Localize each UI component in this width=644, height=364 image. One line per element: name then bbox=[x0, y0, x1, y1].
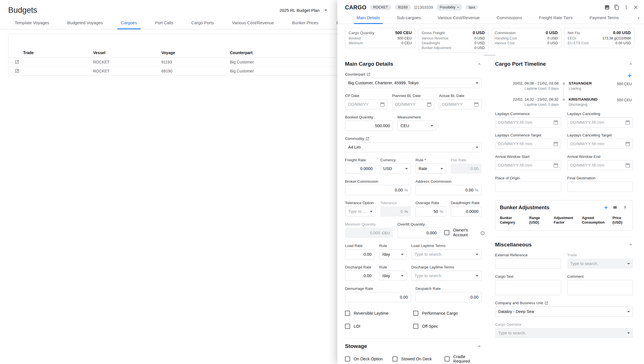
load-rule-select[interactable]: /day bbox=[379, 249, 407, 259]
commodity-select[interactable]: A4 Lim bbox=[345, 142, 482, 152]
demurrage-rate-input[interactable] bbox=[348, 295, 408, 299]
budgets-tab[interactable]: Template Voyages bbox=[14, 20, 50, 29]
address-commission-input[interactable] bbox=[419, 188, 473, 192]
checkbox-item[interactable]: On Deck Option bbox=[345, 354, 392, 363]
datetime-input[interactable] bbox=[498, 120, 551, 125]
budgets-tab[interactable]: Port Calls bbox=[154, 20, 174, 29]
checkbox[interactable] bbox=[392, 356, 397, 361]
discharge-rule-select[interactable]: /day bbox=[379, 271, 407, 281]
add-bunker-adjustment-button[interactable]: + bbox=[604, 205, 608, 210]
checkbox[interactable] bbox=[413, 324, 418, 329]
budgets-tab[interactable]: Budgeted Voyages bbox=[66, 20, 104, 29]
collapse-section-button[interactable] bbox=[477, 344, 482, 348]
calendar-icon[interactable] bbox=[380, 102, 384, 107]
load-rate-input[interactable] bbox=[348, 252, 372, 257]
checkbox[interactable] bbox=[345, 356, 350, 361]
final-destination-input[interactable] bbox=[570, 184, 630, 189]
checkbox[interactable] bbox=[413, 311, 418, 316]
budgets-tab[interactable]: Cargo Ports bbox=[190, 20, 215, 29]
checkbox[interactable] bbox=[445, 356, 450, 361]
close-panel-button[interactable] bbox=[632, 4, 639, 11]
overage-rate-input[interactable] bbox=[419, 209, 438, 214]
cargo-tab[interactable]: Freight Rate Tiers bbox=[539, 15, 573, 24]
status-dropdown[interactable]: Possibility bbox=[436, 4, 462, 10]
broker-commission-input[interactable] bbox=[348, 188, 403, 192]
cargo-tab[interactable]: Payment Terms bbox=[589, 15, 619, 24]
calendar-icon[interactable] bbox=[554, 120, 558, 125]
calendar-icon[interactable] bbox=[554, 163, 558, 167]
tabs-overflow-button[interactable] bbox=[636, 15, 642, 21]
budget-plan-selector[interactable]: 2025 RL Budget Plan bbox=[280, 8, 327, 13]
booked-quantity-input[interactable] bbox=[348, 123, 390, 128]
external-link-icon[interactable] bbox=[544, 301, 548, 305]
timeline-entry[interactable]: 22/02, 14:32 - 23/02, 08:32 Laytime Used… bbox=[495, 97, 633, 107]
actual-bl-date-input[interactable] bbox=[442, 102, 472, 107]
checkbox[interactable] bbox=[444, 230, 449, 235]
collapse-section-button[interactable] bbox=[628, 62, 633, 66]
collapse-section-button[interactable] bbox=[477, 62, 482, 66]
cargo-tab[interactable]: Main Details bbox=[356, 15, 381, 24]
checkbox-item[interactable]: LOI bbox=[345, 324, 413, 329]
tolerance-option-select[interactable]: Type to s... bbox=[345, 206, 376, 217]
checkbox-item[interactable]: Cradle Required bbox=[445, 354, 482, 363]
calendar-icon[interactable] bbox=[427, 102, 431, 107]
cargo-text-input[interactable] bbox=[498, 282, 558, 295]
checkbox[interactable] bbox=[345, 324, 350, 329]
owners-account-checkbox[interactable]: Owner's Account bbox=[444, 227, 475, 238]
checkbox-item[interactable]: Off-Spec bbox=[413, 324, 482, 329]
panel-resize-handle[interactable] bbox=[484, 55, 496, 56]
load-laytime-terms-select[interactable]: Type to search. bbox=[411, 249, 482, 259]
datetime-input[interactable] bbox=[570, 163, 624, 167]
external-reference-input[interactable] bbox=[498, 261, 558, 266]
cargo-tab[interactable]: Commissions bbox=[496, 15, 523, 24]
measurement-select[interactable]: CEU bbox=[397, 121, 436, 131]
currency-select[interactable]: USD bbox=[380, 164, 411, 174]
external-link-icon[interactable] bbox=[366, 137, 370, 141]
datetime-input[interactable] bbox=[570, 120, 624, 125]
checkbox[interactable] bbox=[345, 311, 350, 316]
comment-input[interactable] bbox=[570, 282, 630, 295]
rule-select[interactable]: Rate bbox=[416, 164, 446, 174]
checkbox-item[interactable]: Performance Cargo bbox=[413, 311, 482, 316]
discharge-laytime-terms-select[interactable]: Type to search. bbox=[411, 271, 482, 281]
despatch-rate-input[interactable] bbox=[419, 295, 478, 299]
datetime-input[interactable] bbox=[570, 142, 624, 146]
calendar-icon[interactable] bbox=[626, 120, 630, 125]
place-of-origin-input[interactable] bbox=[498, 184, 558, 189]
budgets-tab[interactable]: Cargoes bbox=[120, 20, 138, 29]
checkbox-item[interactable]: Reversible Laytime bbox=[345, 311, 413, 316]
counterpart-select[interactable]: Big Customer, Charterer, 45999, Tokyo bbox=[345, 78, 482, 88]
open-cargo-icon[interactable] bbox=[15, 69, 19, 73]
checkbox-item[interactable]: Stowed On Deck bbox=[392, 354, 445, 363]
overlift-quantity-input[interactable] bbox=[401, 231, 437, 235]
planned-bl-date-input[interactable] bbox=[395, 102, 425, 107]
collapse-section-button[interactable] bbox=[628, 242, 633, 247]
cargo-tab[interactable]: Sub-cargoes bbox=[396, 15, 421, 24]
budgets-tab[interactable]: Bunker Prices bbox=[291, 20, 319, 29]
deadfreight-rate-input[interactable] bbox=[454, 209, 478, 214]
calendar-icon[interactable] bbox=[474, 102, 478, 107]
info-button[interactable] bbox=[480, 228, 486, 238]
bunker-column-header: Price (USD) bbox=[612, 216, 628, 225]
cargo-tab[interactable]: Various Cost/Revenue bbox=[437, 15, 480, 24]
add-port-call-button[interactable]: + bbox=[627, 72, 632, 79]
calendar-icon[interactable] bbox=[554, 142, 558, 146]
calendar-icon[interactable] bbox=[626, 142, 630, 146]
budgets-tab[interactable]: Various Cost/Revenue bbox=[231, 20, 275, 29]
timeline-entry[interactable]: 20/02, 09:08 - 21/02, 03:08 Laytime Used… bbox=[495, 81, 633, 91]
copy-button[interactable] bbox=[613, 4, 620, 11]
cell-vessel: ROCKET bbox=[93, 69, 161, 73]
download-button[interactable] bbox=[622, 204, 628, 211]
datetime-input[interactable] bbox=[498, 142, 551, 146]
image-button[interactable] bbox=[603, 4, 611, 11]
column-settings-button[interactable] bbox=[612, 204, 618, 211]
discharge-rate-input[interactable] bbox=[348, 273, 372, 278]
freight-rate-input[interactable] bbox=[348, 166, 373, 171]
cp-date-input[interactable] bbox=[348, 102, 378, 107]
open-cargo-icon[interactable] bbox=[15, 60, 19, 64]
company-business-unit-select[interactable]: Dataloy - Deep Sea bbox=[495, 306, 633, 317]
calendar-icon[interactable] bbox=[626, 163, 630, 167]
datetime-input[interactable] bbox=[498, 163, 551, 167]
external-link-icon[interactable] bbox=[366, 72, 370, 76]
more-options-button[interactable] bbox=[623, 4, 630, 11]
